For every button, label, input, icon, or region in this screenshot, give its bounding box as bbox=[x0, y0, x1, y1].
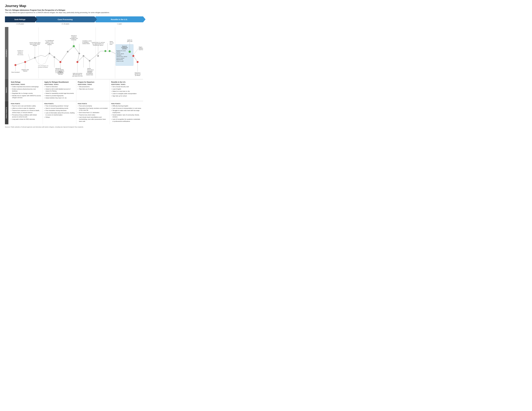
time-case: ~2–10 years bbox=[36, 23, 95, 26]
phase-seek: Seek Refuge bbox=[5, 16, 35, 22]
svg-point-21 bbox=[54, 56, 55, 58]
svg-point-18 bbox=[24, 61, 26, 63]
tasks-col-seek: Seek Refuge ADDITIONAL TASKS Collect imp… bbox=[9, 79, 43, 101]
journey-svg: <1% of refugees are resettled worldwide … bbox=[9, 27, 143, 79]
list-item: Asked whether they have U.S. tie bbox=[44, 97, 75, 99]
journey-section: JOURNEY <1% of refugees are resettled wo… bbox=[5, 27, 143, 79]
svg-text:green card: green card bbox=[127, 41, 132, 42]
tasks-col-resettle-list: Get a Social Security card Learn English… bbox=[111, 86, 142, 97]
svg-text:potential eligibility: potential eligibility bbox=[55, 69, 64, 71]
phase-case: Case Processing bbox=[36, 16, 95, 22]
pain-col-apply-list: Fear of answering questions "wrong" Have… bbox=[44, 105, 75, 118]
pain-col-seek: PAIN POINTS Fear for one's own and famil… bbox=[9, 101, 43, 124]
svg-text:journey to: journey to bbox=[18, 53, 23, 54]
svg-point-32 bbox=[129, 51, 131, 53]
svg-point-23 bbox=[67, 51, 68, 53]
time-resettle: ~1 year bbox=[95, 23, 143, 26]
pain-col-apply-subtitle: PAIN POINTS bbox=[44, 103, 75, 104]
list-item: Delays bbox=[44, 116, 75, 118]
svg-point-29 bbox=[97, 55, 99, 57]
time-seek: ~2–20 years bbox=[5, 23, 35, 26]
svg-line-95 bbox=[133, 49, 138, 55]
svg-point-20 bbox=[48, 53, 50, 54]
list-item: Separation from family members not inclu… bbox=[78, 107, 108, 111]
svg-text:Seeks and receives: Seeks and receives bbox=[73, 73, 82, 74]
pain-col-prepare: PAIN POINTS Fear and uncertainty Separat… bbox=[76, 101, 110, 124]
tasks-section: TASKS Seek Refuge ADDITIONAL TASKS Colle… bbox=[5, 79, 143, 101]
svg-text:interview: interview bbox=[47, 44, 52, 45]
tasks-col-apply: Apply for Refugee Resettlement ADDITIONA… bbox=[43, 79, 76, 101]
svg-text:interview: interview bbox=[58, 74, 63, 75]
journey-content: <1% of refugees are resettled worldwide … bbox=[9, 27, 143, 79]
pain-content: PAIN POINTS Fear for one's own and famil… bbox=[9, 101, 143, 124]
svg-text:pre-departure: pre-departure bbox=[86, 73, 93, 74]
svg-text:interview: interview bbox=[33, 45, 37, 46]
svg-text:host country: host country bbox=[17, 54, 23, 55]
tasks-col-seek-list: Collect important documents & belongings… bbox=[11, 86, 41, 99]
svg-text:travel date: travel date bbox=[71, 39, 76, 40]
svg-text:take the first: take the first bbox=[135, 74, 141, 75]
svg-text:UNHCR: UNHCR bbox=[23, 71, 27, 72]
svg-point-22 bbox=[59, 61, 61, 63]
tasks-col-prepare-title: Prepare for Departure bbox=[78, 81, 108, 83]
svg-point-24 bbox=[73, 45, 75, 47]
svg-text:case status from RSC: case status from RSC bbox=[72, 75, 83, 77]
svg-text:Informed of: Informed of bbox=[55, 68, 61, 69]
svg-text:Completes a series: Completes a series bbox=[82, 40, 92, 42]
tasks-label: TASKS bbox=[5, 79, 8, 101]
pain-col-apply: PAIN POINTS Fear of answering questions … bbox=[43, 101, 76, 124]
svg-text:by a representative of a: by a representative of a bbox=[92, 43, 104, 44]
list-item: Travel to interviews bbox=[44, 86, 75, 88]
tasks-col-resettle: Resettle in the U.S. ADDITIONAL TASKS Ge… bbox=[110, 79, 143, 101]
pain-col-prepare-subtitle: PAIN POINTS bbox=[78, 103, 108, 104]
svg-point-25 bbox=[78, 53, 80, 54]
svg-text:Informed of: Informed of bbox=[71, 35, 76, 36]
svg-text:resettlement: resettlement bbox=[121, 47, 128, 48]
svg-text:paying back: paying back bbox=[139, 48, 143, 49]
list-item: Fear for one's own and family's safety bbox=[11, 105, 41, 107]
svg-text:resettled worldwide: resettled worldwide bbox=[38, 67, 48, 68]
list-item: Learn to navigate public transportation bbox=[111, 93, 142, 95]
svg-text:services: services bbox=[116, 52, 120, 53]
tasks-col-prepare-subtitle: ADDITIONAL TASKS bbox=[78, 84, 108, 85]
svg-text:Attends: Attends bbox=[87, 68, 91, 69]
svg-text:Undergoes: Undergoes bbox=[87, 72, 92, 73]
svg-text:medical checks: medical checks bbox=[82, 43, 90, 44]
tasks-content: Seek Refuge ADDITIONAL TASKS Collect imp… bbox=[9, 79, 143, 101]
list-item: Lack of access to transportation in rura… bbox=[111, 107, 142, 109]
list-item: Identify how to register with UNHCR & ac… bbox=[11, 95, 41, 99]
svg-text:resettlement: resettlement bbox=[57, 72, 64, 74]
svg-text:Required: Required bbox=[122, 46, 127, 47]
tasks-col-apply-subtitle: ADDITIONAL TASKS bbox=[44, 84, 75, 85]
svg-text:Looks for a job: Looks for a job bbox=[116, 61, 124, 62]
list-item: Struggle to make ends meet with low-wage… bbox=[111, 110, 142, 113]
list-item: Have to recount traumatizing events bbox=[44, 107, 75, 109]
svg-point-26 bbox=[76, 61, 78, 63]
svg-text:orientation: orientation bbox=[116, 55, 121, 56]
list-item: Sign kids up for school bbox=[111, 95, 142, 97]
svg-point-33 bbox=[137, 61, 139, 63]
sources: Sources: Public websites of relevant age… bbox=[5, 126, 143, 128]
tasks-col-apply-title: Apply for Refugee Resettlement bbox=[44, 81, 75, 83]
list-item: Negotiate life in a foreign country bbox=[11, 92, 41, 94]
time-row: ~2–20 years ~2–10 years ~1 year bbox=[5, 23, 143, 26]
svg-point-34 bbox=[132, 55, 134, 57]
list-item: Learn English bbox=[111, 88, 142, 90]
svg-text:<1% of refugees are: <1% of refugees are bbox=[38, 65, 48, 66]
list-item: Asked to tell & retell detailed account … bbox=[44, 88, 75, 92]
pain-col-resettle-list: Difficulty learning English Lack of acce… bbox=[111, 105, 142, 122]
tasks-col-seek-title: Seek Refuge bbox=[11, 81, 41, 83]
list-item: Adjust to a new town or city bbox=[111, 90, 142, 92]
svg-text:UNHCR refugee status: UNHCR refugee status bbox=[29, 42, 41, 43]
list-item: Fear and uncertainty bbox=[78, 105, 108, 107]
tasks-col-resettle-subtitle: ADDITIONAL TASKS bbox=[111, 84, 142, 85]
svg-text:medical check: medical check bbox=[86, 74, 93, 75]
pain-col-seek-subtitle: PAIN POINTS bbox=[11, 103, 41, 104]
pain-col-resettle-subtitle: PAIN POINTS bbox=[111, 103, 142, 104]
svg-text:USCIS: USCIS bbox=[59, 71, 62, 72]
svg-text:Goes to medical: Goes to medical bbox=[116, 57, 124, 59]
pain-section: PAIN POINTS PAIN POINTS Fear for one's o… bbox=[5, 101, 143, 124]
list-item: Social isolation: lack of community, fri… bbox=[111, 114, 142, 118]
tasks-col-prepare-list: Sell possessions Take kids out of school bbox=[78, 86, 108, 90]
journey-label: JOURNEY bbox=[5, 27, 8, 79]
